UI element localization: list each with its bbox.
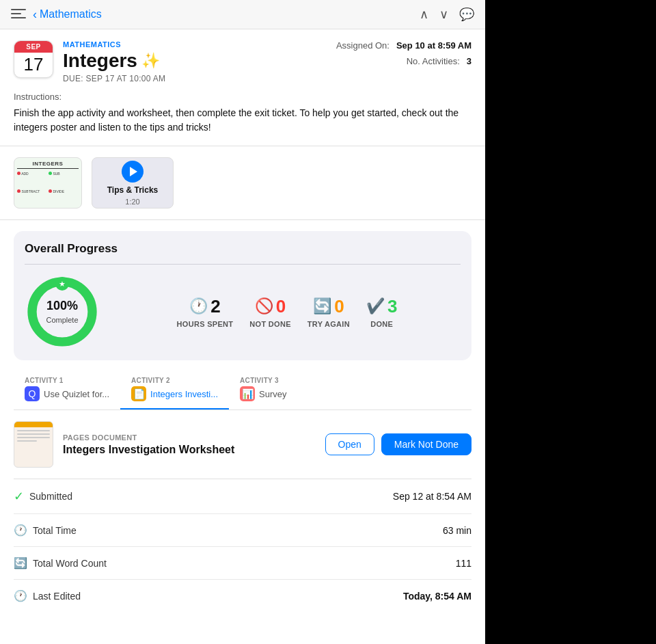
total-time-value: 63 min xyxy=(443,525,472,536)
quizlet-icon: Q xyxy=(25,386,40,401)
instructions-label: Instructions: xyxy=(14,92,472,102)
video-duration: 1:20 xyxy=(125,198,139,206)
not-done-stat: 🚫 0 NOT DONE xyxy=(249,296,290,328)
title-text: Integers xyxy=(63,50,137,72)
tab-activity-3[interactable]: ACTIVITY 3 📊 Survey xyxy=(229,371,304,410)
mark-not-done-button[interactable]: Mark Not Done xyxy=(381,433,472,455)
poster-title: INTEGERS xyxy=(17,161,79,167)
document-type: PAGES DOCUMENT xyxy=(63,433,316,442)
activity-tabs: ACTIVITY 1 Q Use Quizlet for... ACTIVITY… xyxy=(14,371,472,410)
poster-item-2: SUB xyxy=(49,172,79,188)
play-button[interactable] xyxy=(122,161,144,183)
last-edited-icon: 🕐 xyxy=(14,589,27,602)
assigned-on-row: Assigned On: Sep 10 at 8:59 AM xyxy=(336,40,472,51)
header-meta: Assigned On: Sep 10 at 8:59 AM No. Activ… xyxy=(335,40,472,66)
back-label: Mathematics xyxy=(40,8,102,21)
donut-percent: 100% xyxy=(46,299,78,313)
word-count-row: 🔄 Total Word Count 111 xyxy=(14,547,472,580)
chevron-up-button[interactable]: ∧ xyxy=(420,7,428,22)
calendar-badge: SEP 17 xyxy=(14,40,53,78)
tab1-label: Use Quizlet for... xyxy=(44,389,109,399)
document-name: Integers Investigation Worksheet xyxy=(63,444,316,456)
progress-title: Overall Progress xyxy=(25,242,461,256)
hours-spent-top: 🕐 2 xyxy=(189,296,220,317)
submitted-row: ✓ Submitted Sep 12 at 8:54 AM xyxy=(14,479,472,514)
poster-dot-red3 xyxy=(49,189,52,193)
submitted-date: Sep 12 at 8:54 AM xyxy=(393,491,472,502)
done-stat: ✔️ 3 DONE xyxy=(366,296,397,328)
document-thumbnail xyxy=(14,421,53,468)
tab-activity-2[interactable]: ACTIVITY 2 📄 Integers Investi... xyxy=(120,371,229,410)
instructions-text: Finish the app activity and worksheet, t… xyxy=(14,106,472,135)
no-activities-label: No. Activities: xyxy=(407,56,460,66)
comment-button[interactable]: 💬 xyxy=(459,7,474,22)
poster-text-2: SUB xyxy=(53,172,59,176)
pages-icon: 📄 xyxy=(131,386,146,401)
poster-attachment[interactable]: INTEGERS ADD SUB SUBTRACT DIVIDE xyxy=(14,157,82,209)
document-actions: Open Mark Not Done xyxy=(325,433,472,455)
chevron-down-button[interactable]: ∨ xyxy=(439,7,448,22)
doc-line-3 xyxy=(17,437,50,438)
clock-icon: 🕐 xyxy=(189,297,208,315)
stats-grid: 🕐 2 HOURS SPENT 🚫 0 NOT DONE 🔄 0 xyxy=(113,296,461,328)
tab2-content: 📄 Integers Investi... xyxy=(131,386,218,401)
word-count-left: 🔄 Total Word Count xyxy=(14,556,107,569)
tab3-content: 📊 Survey xyxy=(240,386,293,401)
donut-center: 100% Complete xyxy=(46,299,78,325)
donut-label: Complete xyxy=(46,316,78,324)
hours-spent-label: HOURS SPENT xyxy=(177,320,234,328)
open-button[interactable]: Open xyxy=(325,433,374,455)
progress-divider xyxy=(25,264,461,265)
word-count-value: 111 xyxy=(456,558,472,569)
try-again-stat: 🔄 0 TRY AGAIN xyxy=(308,296,350,328)
progress-section: Overall Progress ★ 100% Complete 🕐 xyxy=(14,231,472,360)
poster-item-3: SUBTRACT xyxy=(17,189,47,206)
tab2-label: Integers Investi... xyxy=(150,389,218,399)
last-edited-row: 🕐 Last Edited Today, 8:54 AM xyxy=(14,580,472,612)
subject-label: MATHEMATICS xyxy=(63,40,325,49)
poster-line xyxy=(17,168,79,169)
not-done-label: NOT DONE xyxy=(249,320,290,328)
no-activities-value: 3 xyxy=(467,56,472,66)
survey-icon: 📊 xyxy=(240,386,255,401)
nav-left: ‹ Mathematics xyxy=(11,8,102,21)
last-edited-label: Last Edited xyxy=(33,591,81,602)
done-icon: ✔️ xyxy=(366,297,385,315)
assignment-title: Integers ✨ xyxy=(63,50,325,72)
doc-line-2 xyxy=(17,433,50,435)
not-done-top: 🚫 0 xyxy=(255,296,286,317)
poster-item-4: DIVIDE xyxy=(49,189,79,206)
back-button[interactable]: ‹ Mathematics xyxy=(33,8,102,21)
activity-content: PAGES DOCUMENT Integers Investigation Wo… xyxy=(14,410,472,479)
poster-text-3: SUBTRACT xyxy=(21,189,40,193)
not-done-num: 0 xyxy=(276,296,286,317)
doc-thumb-body xyxy=(14,427,53,467)
try-again-icon: 🔄 xyxy=(313,297,331,315)
submitted-check-icon: ✓ xyxy=(14,489,24,504)
document-info: PAGES DOCUMENT Integers Investigation Wo… xyxy=(63,433,316,456)
document-row: PAGES DOCUMENT Integers Investigation Wo… xyxy=(14,421,472,468)
sparkles-icon: ✨ xyxy=(141,52,160,70)
sidebar-icon[interactable] xyxy=(11,9,26,20)
video-attachment[interactable]: Tips & Tricks 1:20 xyxy=(92,157,174,209)
assigned-on-value: Sep 10 at 8:59 AM xyxy=(396,40,472,51)
header-info: MATHEMATICS Integers ✨ DUE: SEP 17 AT 10… xyxy=(63,40,325,83)
main-panel: ‹ Mathematics ∧ ∨ 💬 SEP 17 MATHEMATICS I… xyxy=(0,0,485,644)
tab1-content: Q Use Quizlet for... xyxy=(25,386,109,401)
tab1-num: ACTIVITY 1 xyxy=(25,377,109,384)
doc-line-4 xyxy=(17,440,37,442)
due-date: DUE: SEP 17 AT 10:00 AM xyxy=(63,74,325,83)
star-badge: ★ xyxy=(55,277,69,291)
not-done-icon: 🚫 xyxy=(255,297,273,315)
submitted-left: ✓ Submitted xyxy=(14,489,72,504)
doc-thumb-header xyxy=(14,422,53,427)
clock-icon-2: 🕐 xyxy=(14,524,27,537)
hours-spent-num: 2 xyxy=(210,296,220,317)
word-count-icon: 🔄 xyxy=(14,556,27,569)
tab2-num: ACTIVITY 2 xyxy=(131,377,218,384)
tab-activity-1[interactable]: ACTIVITY 1 Q Use Quizlet for... xyxy=(14,371,120,410)
calendar-month: SEP xyxy=(14,41,53,53)
submitted-label: Submitted xyxy=(29,491,72,502)
donut-chart: ★ 100% Complete xyxy=(25,274,100,349)
last-edited-left: 🕐 Last Edited xyxy=(14,589,81,602)
